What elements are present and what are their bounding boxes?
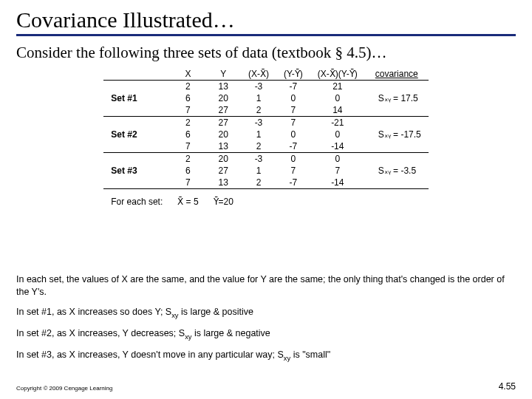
page-title: Covariance Illustrated…: [16, 7, 516, 36]
cell-y: 20: [206, 129, 241, 140]
note-2: In set #1, as X increases so does Y; Sxy…: [16, 306, 516, 320]
cell-x: 2: [170, 117, 205, 129]
cell-xd: 1: [241, 165, 276, 177]
set-label: Set #2: [103, 129, 170, 140]
cell-cov: Sₓᵧ = -17.5: [365, 129, 429, 140]
table-row: Set #3 6 27 1 7 7 Sₓᵧ = -3.5: [103, 165, 429, 177]
means-blank: [241, 189, 429, 208]
cell-x: 7: [170, 140, 205, 153]
table-row: 7 27 2 7 14: [103, 104, 429, 117]
cell-y: 13: [206, 177, 241, 189]
cell-xd: -3: [241, 81, 276, 93]
header-row: X Y (X-X̄) (Y-Ȳ) (X-X̄)(Y-Ȳ) covariance: [103, 68, 429, 81]
cell-xd: 1: [241, 129, 276, 140]
cell-yd: 0: [276, 92, 310, 104]
set-label: Set #3: [103, 165, 170, 177]
set-1: 2 13 -3 -7 21 Set #1 6 20 1 0 0 Sₓᵧ = 17…: [103, 81, 429, 117]
cell-x: 7: [170, 177, 205, 189]
cell-yd: 7: [276, 117, 310, 129]
table-row: 2 20 -3 0 0: [103, 153, 429, 166]
table-row: Set #1 6 20 1 0 0 Sₓᵧ = 17.5: [103, 92, 429, 104]
note-3: In set #2, as X increases, Y decreases; …: [16, 327, 516, 341]
header-cov: covariance: [365, 68, 429, 81]
cell-y: 27: [206, 165, 241, 177]
cell-xd: 1: [241, 92, 276, 104]
header-ydev: (Y-Ȳ): [276, 68, 310, 81]
note-3b: is large & negative: [192, 328, 270, 338]
cell-y: 20: [206, 92, 241, 104]
cell-y: 13: [206, 81, 241, 93]
header-xdev: (X-X̄): [241, 68, 276, 81]
means-row: For each set: X̄ = 5 Ȳ=20: [103, 189, 429, 208]
subtitle: Consider the following three sets of dat…: [16, 44, 516, 62]
set-3: 2 20 -3 0 0 Set #3 6 27 1 7 7 Sₓᵧ = -3.5: [103, 153, 429, 189]
cell-xd: 2: [241, 140, 276, 153]
cell-x: 6: [170, 165, 205, 177]
cell-x: 2: [170, 81, 205, 93]
note-4a: In set #3, as X increases, Y doesn't mov…: [16, 349, 284, 360]
header-x: X: [170, 68, 205, 81]
cell-p: 14: [310, 104, 365, 117]
cell-x: 7: [170, 104, 205, 117]
cell-y: 27: [206, 104, 241, 117]
cell-p: -14: [310, 140, 365, 153]
set-2: 2 27 -3 7 -21 Set #2 6 20 1 0 0 Sₓᵧ = -1…: [103, 117, 429, 153]
note-3a: In set #2, as X increases, Y decreases; …: [16, 328, 185, 338]
cell-p: 0: [310, 153, 365, 166]
header-prod: (X-X̄)(Y-Ȳ): [310, 68, 365, 81]
set-label: Set #1: [103, 92, 170, 104]
note-4-sub: xy: [284, 355, 290, 362]
cell-yd: 0: [276, 153, 310, 166]
cell-yd: 7: [276, 104, 310, 117]
cell-xd: 2: [241, 104, 276, 117]
means-y: Ȳ=20: [206, 189, 241, 208]
cell-cov: [365, 81, 429, 93]
means-x: X̄ = 5: [170, 189, 205, 208]
cell-yd: 7: [276, 165, 310, 177]
page-number: 4.55: [499, 381, 516, 392]
cell-cov: Sₓᵧ = -3.5: [365, 165, 429, 177]
set-label: [103, 104, 170, 117]
cell-x: 2: [170, 153, 205, 166]
means-label: For each set:: [103, 189, 170, 208]
cell-p: 7: [310, 165, 365, 177]
cell-p: 0: [310, 92, 365, 104]
cell-x: 6: [170, 92, 205, 104]
note-4: In set #3, as X increases, Y doesn't mov…: [16, 349, 516, 363]
set-label: [103, 153, 170, 166]
set-label: [103, 81, 170, 93]
cell-p: -14: [310, 177, 365, 189]
cell-yd: 0: [276, 129, 310, 140]
cell-cov: [365, 153, 429, 166]
cell-p: 21: [310, 81, 365, 93]
table-row: Set #2 6 20 1 0 0 Sₓᵧ = -17.5: [103, 129, 429, 140]
cell-cov: [365, 177, 429, 189]
cell-cov: [365, 117, 429, 129]
cell-y: 27: [206, 117, 241, 129]
table-row: 2 27 -3 7 -21: [103, 117, 429, 129]
cell-x: 6: [170, 129, 205, 140]
notes: In each set, the values of X are the sam…: [16, 273, 516, 370]
cell-cov: [365, 140, 429, 153]
cell-xd: 2: [241, 177, 276, 189]
cell-cov: Sₓᵧ = 17.5: [365, 92, 429, 104]
table-row: 2 13 -3 -7 21: [103, 81, 429, 93]
table-row: 7 13 2 -7 -14: [103, 177, 429, 189]
cell-p: -21: [310, 117, 365, 129]
cell-yd: -7: [276, 81, 310, 93]
cell-xd: -3: [241, 117, 276, 129]
set-label: [103, 177, 170, 189]
cell-p: 0: [310, 129, 365, 140]
header-blank: [103, 68, 170, 81]
data-table-wrap: X Y (X-X̄) (Y-Ȳ) (X-X̄)(Y-Ȳ) covariance …: [16, 68, 516, 208]
slide: Covariance Illustrated… Consider the fol…: [0, 0, 532, 399]
cell-xd: -3: [241, 153, 276, 166]
cell-y: 20: [206, 153, 241, 166]
note-2-sub: xy: [171, 311, 178, 318]
note-3-sub: xy: [185, 332, 191, 340]
table-row: 7 13 2 -7 -14: [103, 140, 429, 153]
cell-y: 13: [206, 140, 241, 153]
set-label: [103, 117, 170, 129]
note-4b: is "small": [290, 349, 330, 360]
cell-yd: -7: [276, 177, 310, 189]
